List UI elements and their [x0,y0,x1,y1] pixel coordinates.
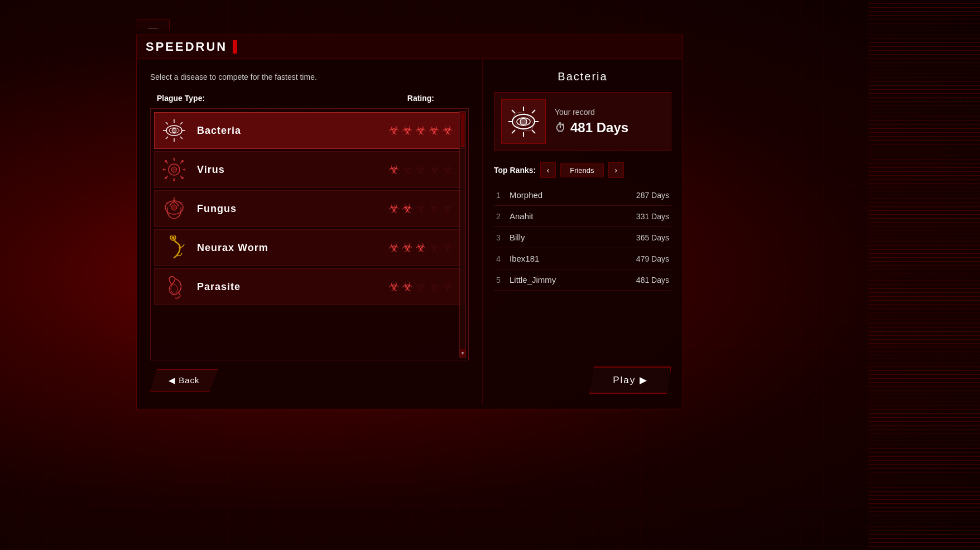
svg-point-24 [181,160,184,162]
record-card: Your record ⏱ 481 Days [494,92,671,151]
selected-disease-title: Bacteria [494,70,671,83]
svg-point-18 [163,168,164,171]
rank-number-5: 5 [496,276,510,284]
list-scrollbar[interactable]: ▲ ▼ [459,111,466,358]
rank-name-1: Morphed [510,190,636,200]
star-4: ☣ [429,240,440,255]
star-4: ☣ [429,162,440,177]
star-4: ☣ [429,279,440,294]
top-ranks-header: Top Ranks: ‹ Friends › [494,162,671,178]
rank-row-3: 3 Billy 365 Days [494,227,671,248]
svg-line-8 [166,122,168,124]
star-2: ☣ [402,123,413,138]
parasite-rating: ☣ ☣ ☣ ☣ ☣ [388,279,453,294]
neurax-worm-icon [160,234,188,262]
star-1: ☣ [388,201,400,216]
svg-point-22 [165,160,167,162]
star-1: ☣ [388,162,400,177]
svg-point-26 [165,177,167,179]
svg-line-6 [180,122,182,124]
rating-header: Rating: [407,94,462,103]
star-4: ☣ [429,123,440,138]
record-value: ⏱ 481 Days [555,120,664,136]
svg-line-23 [180,162,182,163]
top-ranks-label: Top Ranks: [494,166,536,175]
svg-line-45 [512,110,515,113]
select-instruction: Select a disease to compete for the fast… [150,73,469,81]
clock-icon: ⏱ [555,122,566,134]
content-area: Select a disease to compete for the fast… [137,59,683,405]
background-right-lines [868,0,980,550]
svg-line-43 [532,110,535,113]
rank-days-4: 479 Days [636,254,669,263]
disease-list: Bacteria ☣ ☣ ☣ ☣ ☣ [151,109,468,360]
main-window: ___ SPEEDRUN Select a disease to compete… [136,35,683,409]
svg-point-14 [173,158,175,160]
svg-line-7 [166,137,168,139]
star-2: ☣ [402,279,413,294]
rank-number-4: 4 [496,254,510,263]
svg-point-20 [184,168,185,171]
star-5: ☣ [442,123,453,138]
right-panel: Bacteria [483,59,683,405]
parasite-icon [160,273,188,301]
rank-row-4: 4 Ibex181 479 Days [494,248,671,269]
svg-line-9 [180,137,182,139]
svg-point-12 [171,167,177,172]
rank-number-2: 2 [496,212,510,221]
svg-point-36 [171,284,177,293]
svg-point-31 [171,205,177,210]
svg-line-27 [180,176,182,177]
bacteria-icon [160,117,188,144]
star-3: ☣ [415,123,426,138]
page-title: SPEEDRUN [146,40,227,54]
rank-name-3: Billy [510,233,636,242]
disease-item-fungus[interactable]: Fungus ☣ ☣ ☣ ☣ ☣ [154,190,465,227]
record-disease-icon [501,99,546,144]
svg-line-46 [532,130,535,133]
rank-name-2: Anahit [510,211,636,221]
rank-prev-btn[interactable]: ‹ [540,162,556,178]
star-1: ☣ [388,240,400,255]
play-button[interactable]: Play ▶ [589,366,671,394]
left-panel: Select a disease to compete for the fast… [137,59,483,405]
bacteria-name: Bacteria [197,125,388,137]
svg-line-25 [166,176,168,177]
scrollbar-down-btn[interactable]: ▼ [460,349,465,357]
svg-point-28 [181,177,184,179]
disease-item-virus[interactable]: Virus ☣ ☣ ☣ ☣ ☣ [154,151,465,188]
scrollbar-thumb[interactable] [461,114,464,147]
rank-name-4: Ibex181 [510,254,636,263]
star-5: ☣ [442,162,453,177]
rank-days-1: 287 Days [636,191,669,200]
star-5: ☣ [442,279,453,294]
rank-next-btn[interactable]: › [608,162,624,178]
record-info: Your record ⏱ 481 Days [555,108,664,136]
star-4: ☣ [429,201,440,216]
plague-type-header: Plague Type: [157,94,407,103]
svg-point-10 [172,128,176,133]
star-3: ☣ [415,162,426,177]
table-header: Plague Type: Rating: [150,90,469,106]
rank-filter-friends-btn[interactable]: Friends [560,163,603,177]
record-days: 481 Days [570,120,628,136]
star-2: ☣ [402,201,413,216]
rank-name-5: Little_Jimmy [510,275,636,284]
fungus-name: Fungus [197,203,388,215]
star-3: ☣ [415,240,426,255]
rank-number-3: 3 [496,233,510,242]
disease-item-bacteria[interactable]: Bacteria ☣ ☣ ☣ ☣ ☣ [154,112,465,149]
back-button[interactable]: ◀ Back [150,369,218,392]
disease-item-neurax-worm[interactable]: Neurax Worm ☣ ☣ ☣ ☣ ☣ [154,229,465,266]
star-5: ☣ [442,201,453,216]
star-3: ☣ [415,201,426,216]
svg-point-16 [173,180,175,181]
fungus-icon [160,195,188,223]
neurax-worm-rating: ☣ ☣ ☣ ☣ ☣ [388,240,453,255]
virus-rating: ☣ ☣ ☣ ☣ ☣ [388,162,453,177]
bacteria-rating: ☣ ☣ ☣ ☣ ☣ [388,123,453,138]
rank-row-5: 5 Little_Jimmy 481 Days [494,269,671,291]
disease-item-parasite[interactable]: Parasite ☣ ☣ ☣ ☣ ☣ [154,268,465,305]
svg-line-21 [166,162,168,163]
star-3: ☣ [415,279,426,294]
